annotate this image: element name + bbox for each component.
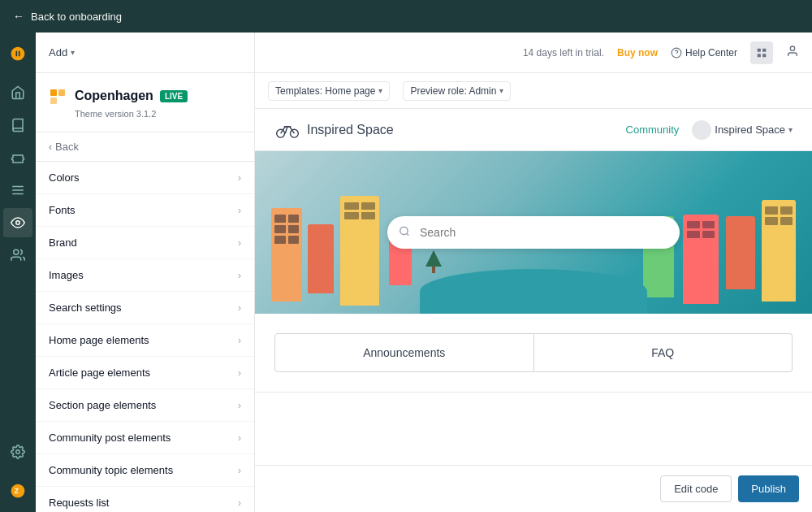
building-6: [726, 216, 755, 289]
settings-item-label: Community post elements: [49, 432, 171, 444]
bottom-actions: Edit code Publish: [255, 465, 812, 512]
help-center-button[interactable]: Help Center: [671, 47, 737, 59]
back-button[interactable]: ‹ Back: [36, 132, 254, 162]
gear-icon[interactable]: [3, 437, 32, 466]
back-arrow-icon: ←: [13, 10, 24, 23]
eye-icon[interactable]: [3, 208, 32, 237]
settings-item-chevron-icon: ›: [238, 432, 241, 444]
add-chevron-icon: ▾: [71, 48, 75, 57]
svg-rect-9: [50, 98, 57, 104]
preview-role-dropdown[interactable]: Preview role: Admin ▾: [403, 81, 511, 101]
preview-nav: Inspired Space Community Inspired Space …: [255, 109, 812, 151]
publish-button[interactable]: Publish: [738, 475, 799, 502]
tree-icon: [425, 250, 442, 273]
brand-logo: Inspired Space: [274, 117, 394, 143]
user-avatar[interactable]: [786, 45, 799, 61]
svg-point-19: [400, 227, 408, 234]
zendesk-bottom-icon[interactable]: Z: [3, 476, 32, 505]
hero-search-box: [387, 216, 680, 249]
search-input[interactable]: [387, 216, 680, 249]
settings-item-chevron-icon: ›: [238, 335, 241, 346]
settings-item-label: Home page elements: [49, 334, 149, 346]
svg-point-17: [277, 129, 285, 137]
preview-nav-right: Community Inspired Space ▾: [626, 120, 793, 140]
svg-rect-15: [762, 54, 766, 57]
settings-item-fonts[interactable]: Fonts ›: [36, 194, 254, 227]
secondary-toolbar: Templates: Home page ▾ Preview role: Adm…: [255, 73, 812, 109]
settings-item-section-page-elements[interactable]: Section page elements ›: [36, 389, 254, 422]
settings-item-label: Images: [49, 269, 84, 281]
settings-item-label: Requests list: [49, 497, 109, 509]
settings-item-colors[interactable]: Colors ›: [36, 162, 254, 194]
svg-line-20: [407, 233, 409, 236]
home-icon[interactable]: [3, 78, 32, 107]
top-right-bar: 14 days left in trial. Buy now Help Cent…: [255, 33, 812, 73]
community-nav-link[interactable]: Community: [626, 124, 680, 136]
settings-item-chevron-icon: ›: [238, 172, 241, 184]
svg-point-3: [16, 221, 20, 225]
user-menu-label: Inspired Space: [715, 124, 785, 136]
users-icon[interactable]: [3, 241, 32, 270]
settings-item-home-page-elements[interactable]: Home page elements ›: [36, 324, 254, 357]
settings-item-chevron-icon: ›: [238, 400, 241, 411]
preview-area: 14 days left in trial. Buy now Help Cent…: [255, 33, 812, 512]
settings-item-community-topic-elements[interactable]: Community topic elements ›: [36, 454, 254, 487]
svg-rect-13: [762, 48, 766, 51]
top-back-bar: ← Back to onboarding: [0, 0, 812, 33]
theme-name: Copenhagen: [75, 89, 153, 103]
edit-code-button[interactable]: Edit code: [660, 475, 732, 502]
settings-item-community-post-elements[interactable]: Community post elements ›: [36, 422, 254, 454]
settings-item-article-page-elements[interactable]: Article page elements ›: [36, 357, 254, 389]
settings-item-chevron-icon: ›: [238, 205, 241, 216]
svg-rect-7: [50, 89, 57, 96]
mound-shape: [420, 269, 647, 314]
back-to-onboarding-label[interactable]: Back to onboarding: [31, 11, 122, 23]
user-menu-dropdown[interactable]: Inspired Space ▾: [692, 120, 793, 140]
preview-categories: Announcements FAQ: [255, 314, 812, 393]
settings-item-chevron-icon: ›: [238, 367, 241, 379]
trial-text: 14 days left in trial.: [523, 47, 604, 59]
svg-point-16: [790, 46, 794, 50]
templates-dropdown[interactable]: Templates: Home page ▾: [268, 81, 390, 101]
settings-item-images[interactable]: Images ›: [36, 259, 254, 292]
settings-item-chevron-icon: ›: [238, 302, 241, 314]
preview-hero: [255, 151, 812, 314]
list-icon[interactable]: [3, 176, 32, 205]
svg-point-4: [14, 249, 19, 254]
theme-logo-icon: [49, 86, 68, 106]
building-3: [340, 196, 379, 306]
brand-name: Inspired Space: [307, 123, 394, 137]
svg-point-5: [16, 450, 20, 454]
ticket-icon[interactable]: [3, 143, 32, 172]
svg-rect-12: [758, 48, 761, 51]
settings-item-chevron-icon: ›: [238, 270, 241, 281]
settings-item-label: Search settings: [49, 302, 122, 314]
settings-item-label: Section page elements: [49, 399, 156, 411]
faq-button[interactable]: FAQ: [534, 333, 793, 372]
preview-content: Inspired Space Community Inspired Space …: [255, 109, 812, 465]
settings-item-label: Article page elements: [49, 367, 150, 379]
settings-item-requests-list[interactable]: Requests list ›: [36, 487, 254, 512]
live-badge: LIVE: [160, 90, 188, 102]
grid-apps-button[interactable]: [750, 41, 773, 64]
bike-icon: [274, 117, 300, 143]
settings-item-brand[interactable]: Brand ›: [36, 227, 254, 259]
svg-rect-14: [758, 54, 761, 57]
preview-role-chevron-icon: ▾: [499, 86, 503, 95]
book-icon[interactable]: [3, 111, 32, 140]
building-1: [271, 208, 302, 302]
templates-chevron-icon: ▾: [378, 86, 382, 95]
zendesk-logo-icon[interactable]: [3, 39, 32, 68]
announcements-button[interactable]: Announcements: [274, 333, 534, 372]
settings-items-list: Colors › Fonts › Brand › Images › Search…: [36, 162, 254, 512]
app-topbar: Add ▾: [36, 33, 254, 73]
buy-now-link[interactable]: Buy now: [617, 47, 658, 59]
settings-item-search-settings[interactable]: Search settings ›: [36, 292, 254, 324]
settings-panel: Add ▾ Copenhagen LIVE Theme version 3.1.…: [36, 33, 255, 512]
settings-item-label: Brand: [49, 236, 77, 249]
add-button[interactable]: Add ▾: [49, 46, 75, 59]
svg-point-18: [291, 129, 299, 137]
preview-role-label: Preview role: Admin: [410, 85, 496, 97]
help-center-label: Help Center: [685, 47, 737, 59]
user-nav-avatar: [692, 120, 711, 140]
